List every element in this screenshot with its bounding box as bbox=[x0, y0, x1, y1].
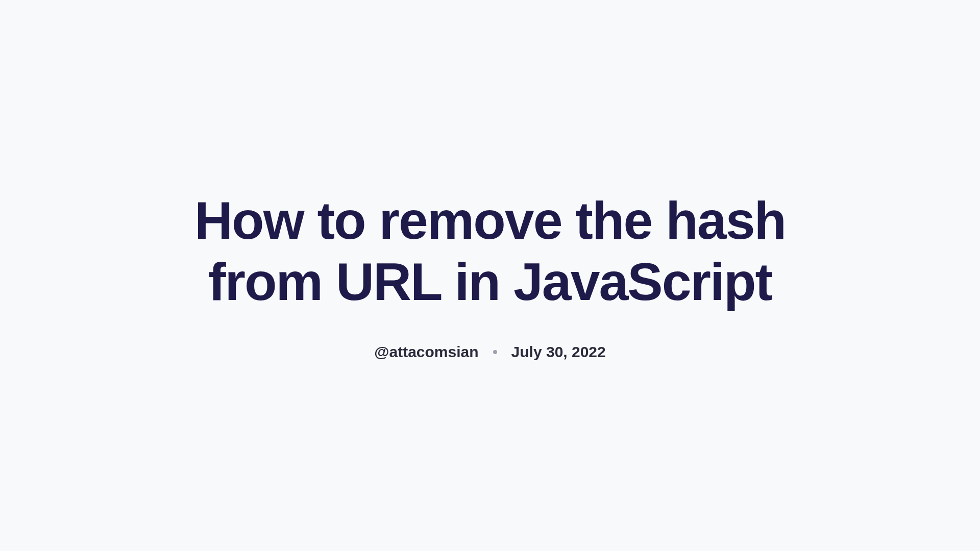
meta-separator-icon bbox=[493, 350, 497, 354]
article-meta: @attacomsian July 30, 2022 bbox=[153, 343, 827, 361]
article-title: How to remove the hash from URL in JavaS… bbox=[153, 190, 827, 312]
article-date: July 30, 2022 bbox=[511, 343, 606, 361]
article-header: How to remove the hash from URL in JavaS… bbox=[133, 190, 847, 360]
article-author: @attacomsian bbox=[374, 343, 478, 361]
